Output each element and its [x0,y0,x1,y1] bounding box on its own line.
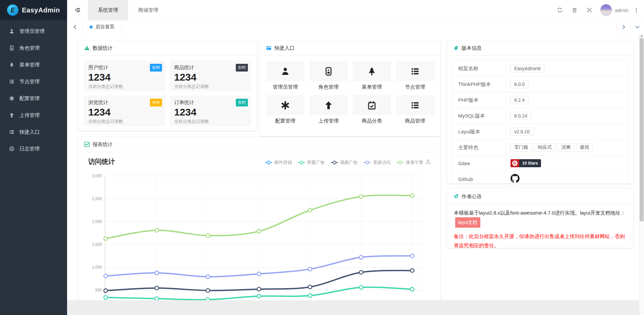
stat-box-3: 订单统计1234当前分类总记录数实时 [169,95,251,126]
legend-label: 邮件营销 [274,160,292,166]
y-tick-label: 3,000 [92,174,102,178]
legend-marker-icon [396,162,404,163]
sidebar-item-0[interactable]: 管理员管理 [0,23,67,40]
y-tick-label: 2,500 [92,196,102,201]
download-chart-button[interactable] [425,159,431,164]
top-navbar: 系统管理商城管理 admin [67,0,644,20]
stat-value: 1234 [88,71,161,84]
series-point [206,275,210,279]
fullscreen-button[interactable] [582,7,597,13]
y-tick-label: 1,500 [92,242,102,247]
stat-value: 1234 [174,106,247,119]
legend-label: 搜索引擎 [406,160,423,166]
legend-item-4[interactable]: 搜索引擎 [396,160,423,166]
tab-scroll-right-button[interactable] [616,20,630,33]
legend-item-1[interactable]: 联盟广告 [298,160,325,166]
github-link[interactable] [511,174,520,184]
version-row-label: MySQL版本 [453,108,506,124]
avatar[interactable] [600,4,612,16]
quick-entry-1[interactable]: 角色管理 [309,61,348,90]
legend-item-0[interactable]: 邮件营销 [265,160,292,166]
legend-marker-icon [364,162,371,163]
trash-icon [572,7,577,13]
sidebar-item-4[interactable]: 配置管理 [0,90,67,107]
legend-item-2[interactable]: 视频广告 [331,160,358,166]
version-row-4: Layui版本v2.8.10 [453,124,628,140]
series-point [206,289,210,292]
scrollbar-up-arrow[interactable] [640,35,643,37]
list-icon [9,129,15,135]
quick-entry-4[interactable]: 配置管理 [266,95,305,124]
series-point [411,194,414,197]
tab-actions-dropdown-button[interactable] [630,20,644,33]
quick-entry-3[interactable]: 节点管理 [396,61,434,90]
username[interactable]: admin [615,7,629,13]
sidebar-item-5[interactable]: 上传管理 [0,107,67,124]
card-quick-entry-header: 快捷入口 [260,41,440,56]
version-row-1: ThinkPHP版本8.0.0 [453,77,628,92]
sidebar-item-label: 菜单管理 [19,62,40,68]
more-menu-button[interactable] [629,7,644,13]
dots-vertical-icon [634,7,639,13]
series-point [411,254,414,258]
sidebar-item-6[interactable]: 快捷入口 [0,124,67,140]
chart-title: 访问统计 [88,157,115,166]
brand[interactable]: E EasyAdmin [0,0,67,20]
id-badge-icon [9,45,15,51]
quick-entry-5[interactable]: 上传管理 [309,95,348,124]
version-row-2: PHP版本8.2.4 [453,92,628,108]
chart-legend: 邮件营销联盟广告视频广告直接访问搜索引擎 [265,160,423,166]
sidebar-menu: 管理员管理角色管理菜单管理节点管理配置管理上传管理快捷入口日志管理 [0,20,67,157]
navbar-tab-0[interactable]: 系统管理 [88,0,128,20]
legend-label: 视频广告 [340,160,358,166]
active-tab-dot [90,26,93,29]
sidebar-item-7[interactable]: 日志管理 [0,140,67,157]
sidebar-item-3[interactable]: 节点管理 [0,73,67,90]
sidebar-item-label: 节点管理 [19,79,40,85]
quick-entry-label: 节点管理 [396,84,434,90]
gitee-stars-badge[interactable]: G10 Stars [511,159,541,167]
visits-chart: 5001,0001,5002,0002,5003,000 [78,169,440,315]
quick-entry-2[interactable]: 菜单管理 [353,61,391,90]
card-report-header: 报表统计 [78,137,440,152]
content-area: 数据统计 用户统计1234当前分类总记录数实时商品统计1234当前分类总记录数实… [67,33,644,315]
legend-item-3[interactable]: 直接访问 [364,160,390,166]
tab-scroll-left-button[interactable] [67,20,83,33]
calendar-check-icon [353,95,391,115]
collapse-sidebar-button[interactable] [67,7,88,13]
navbar-tab-1[interactable]: 商城管理 [128,0,168,20]
author-words-sentence: 本模板基于layui2.8.x以及font-awesome-4.7.0进行实现。… [454,210,626,216]
credit-card-icon [266,45,271,51]
stat-box-0: 用户统计1234当前分类总记录数实时 [84,60,165,91]
refresh-icon [557,7,562,13]
card-quick-entry-title: 快捷入口 [274,45,294,51]
version-row-value: G10 Stars [506,155,628,171]
card-version-info-header: 版本信息 [447,41,633,56]
tab-home[interactable]: 后台首页 [83,20,121,33]
legend-label: 联盟广告 [307,160,325,166]
user-icon [266,61,305,81]
clear-cache-button[interactable] [567,7,582,13]
arrow-up-icon [9,113,15,118]
quick-entry-7[interactable]: 商品管理 [396,95,434,124]
series-point [359,256,363,259]
sidebar-item-1[interactable]: 角色管理 [0,40,67,56]
sidebar-item-2[interactable]: 菜单管理 [0,56,67,73]
quick-entry-0[interactable]: 管理员管理 [266,61,305,90]
series-point [257,229,261,233]
tab-home-label: 后台首页 [96,24,114,30]
tree-icon [353,61,391,81]
series-point [257,295,261,298]
scrollbar-thumb[interactable] [640,38,644,221]
quick-entry-6[interactable]: 商品分类 [353,95,391,124]
version-row-value: 零门槛响应式清爽极简 [506,140,628,155]
vertical-scrollbar[interactable] [639,33,644,315]
layui-doc-link[interactable]: layui文档 [455,217,480,228]
series-point [155,228,159,232]
refresh-button[interactable] [552,7,567,13]
legend-marker-icon [298,162,305,163]
github-icon [511,174,520,184]
version-row-value: 8.0.0 [506,77,628,92]
sidebar-item-label: 配置管理 [19,95,40,102]
series-point [308,209,312,212]
